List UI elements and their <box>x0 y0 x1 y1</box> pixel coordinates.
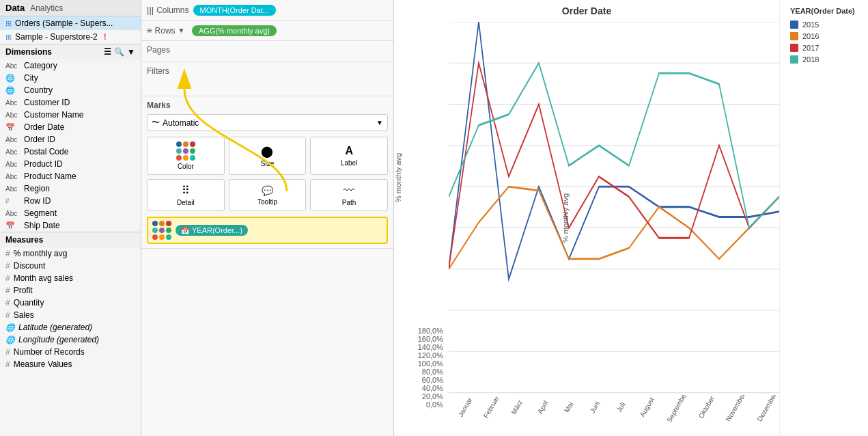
field-order-id[interactable]: Abc Order ID <box>0 133 141 146</box>
y-tick-140: 140,0% <box>418 343 443 351</box>
measure-profit[interactable]: # Profit <box>0 284 141 297</box>
measure-latitude[interactable]: 🌐 Latitude (generated) <box>0 321 141 333</box>
y-tick-0: 0,0% <box>426 400 443 409</box>
measure-sales[interactable]: # Sales <box>0 309 141 321</box>
field-label: Product ID <box>24 159 63 169</box>
rows-icon: ≡ <box>147 25 152 36</box>
size-button-label: Size <box>261 160 274 167</box>
tooltip-button-label: Tooltip <box>257 198 277 206</box>
chart-main: Order Date % monthly avg 180,0% 160,0% 1… <box>394 0 779 436</box>
x-tick-nov: November <box>716 398 748 436</box>
field-type-icon: Abc <box>5 173 20 180</box>
warning-icon: ! <box>104 32 107 42</box>
line-2015 <box>449 22 779 280</box>
measure-label: Sales <box>14 310 34 320</box>
middle-panel: ||| Columns MONTH(Order Dat... ≡ Rows ▼ … <box>141 0 394 436</box>
field-type-icon: Abc <box>5 210 20 217</box>
datasource-table-icon: ⊞ <box>5 19 12 28</box>
field-type-icon: Abc <box>5 148 20 156</box>
measure-globe-icon: 🌐 <box>5 336 15 344</box>
detail-button-label: Detail <box>177 199 195 206</box>
marks-path-button[interactable]: 〰 Path <box>310 179 388 211</box>
search-icon[interactable]: 🔍 <box>114 47 124 57</box>
measure-hash-icon: # <box>5 286 10 295</box>
path-icon: 〰 <box>344 185 354 197</box>
marks-year-pill-label: YEAR(Order...) <box>192 226 242 234</box>
columns-shelf: ||| Columns MONTH(Order Dat... <box>141 0 393 21</box>
measure-longitude[interactable]: 🌐 Longitude (generated) <box>0 333 141 346</box>
marks-detail-button[interactable]: ⠿ Detail <box>147 179 225 211</box>
measure-measure-values[interactable]: # Measure Values <box>0 358 141 370</box>
field-order-date[interactable]: 📅 Order Date <box>0 121 141 133</box>
measure-label: Measure Values <box>14 359 72 369</box>
columns-label: ||| Columns <box>147 5 189 15</box>
marks-year-pill-row: 📅 YEAR(Order...) <box>147 217 388 244</box>
field-type-icon: 📅 <box>5 123 20 132</box>
right-panel: Order Date % monthly avg 180,0% 160,0% 1… <box>394 0 868 436</box>
marks-type-dropdown[interactable]: 〜 Automatic ▼ <box>147 114 388 131</box>
columns-pills: MONTH(Order Dat... <box>193 5 276 16</box>
field-type-icon: Abc <box>5 111 20 119</box>
legend-label-2015: 2015 <box>802 21 819 29</box>
field-product-name[interactable]: Abc Product Name <box>0 170 141 182</box>
field-ship-date[interactable]: 📅 Ship Date <box>0 219 141 232</box>
field-type-icon: Abc <box>5 62 20 70</box>
chart-area: Order Date % monthly avg 180,0% 160,0% 1… <box>394 0 868 436</box>
marks-dropdown-label: Automatic <box>163 118 199 128</box>
analytics-tab[interactable]: Analytics <box>30 3 63 13</box>
marks-label-button[interactable]: A Label <box>310 137 388 175</box>
measure-discount[interactable]: # Discount <box>0 260 141 272</box>
measure-hash-icon: # <box>5 298 10 308</box>
measure-label: Quantity <box>14 298 44 308</box>
field-label: Region <box>24 184 50 193</box>
field-region[interactable]: Abc Region <box>0 182 141 195</box>
list-view-icon[interactable]: ☰ <box>104 47 111 57</box>
datasource-list: ⊞ Orders (Sample - Supers... ⊞ Sample - … <box>0 16 141 44</box>
columns-month-pill[interactable]: MONTH(Order Dat... <box>193 5 276 16</box>
datasource-item-orders[interactable]: ⊞ Orders (Sample - Supers... <box>0 16 141 30</box>
y-tick-60: 60,0% <box>422 376 443 384</box>
datasource-table2-icon: ⊞ <box>5 33 12 42</box>
measure-month-avg-sales[interactable]: # Month avg sales <box>0 272 141 284</box>
field-row-id[interactable]: # Row ID <box>0 195 141 207</box>
marks-year-pill[interactable]: 📅 YEAR(Order...) <box>176 225 248 236</box>
field-postal-code[interactable]: Abc Postal Code <box>0 146 141 158</box>
field-category[interactable]: Abc Category <box>0 59 141 72</box>
field-city[interactable]: 🌐 City <box>0 72 141 84</box>
measure-hash-icon: # <box>5 347 10 357</box>
x-tick-apr: April <box>527 398 552 436</box>
field-country[interactable]: 🌐 Country <box>0 84 141 96</box>
measure-monthly-avg[interactable]: # % monthly avg <box>0 247 141 260</box>
x-axis: Januar Februar März April Mai Juni Juli … <box>449 395 779 436</box>
rows-agg-pill[interactable]: AGG(% monthly avg) <box>192 25 277 36</box>
field-label: Customer ID <box>24 98 70 107</box>
measure-num-records[interactable]: # Number of Records <box>0 346 141 358</box>
field-segment[interactable]: Abc Segment <box>0 207 141 219</box>
marks-size-button[interactable]: ⬤ Size <box>229 137 307 175</box>
legend-label-2016: 2016 <box>802 32 819 40</box>
field-customer-id[interactable]: Abc Customer ID <box>0 96 141 109</box>
measure-label: % monthly avg <box>14 249 68 258</box>
rows-shelf: ≡ Rows ▼ AGG(% monthly avg) <box>141 21 393 41</box>
left-panel-header: Data Analytics <box>0 0 141 16</box>
legend-color-2016 <box>790 32 798 40</box>
marks-tooltip-button[interactable]: 💬 Tooltip <box>229 179 307 211</box>
datasource-item-superstore[interactable]: ⊞ Sample - Superstore-2 ! <box>0 30 141 44</box>
measures-label: Measures <box>5 235 43 245</box>
field-type-icon: # <box>5 197 20 205</box>
field-label: Category <box>24 61 57 70</box>
measure-label: Longitude (generated) <box>18 335 99 344</box>
field-type-icon: Abc <box>5 161 20 168</box>
marks-label: Marks <box>147 100 388 110</box>
measure-quantity[interactable]: # Quantity <box>0 297 141 309</box>
rows-dropdown-icon[interactable]: ▼ <box>178 27 185 34</box>
y-tick-100: 100,0% <box>418 359 443 368</box>
field-customer-name[interactable]: Abc Customer Name <box>0 109 141 121</box>
data-tab[interactable]: Data <box>5 3 25 13</box>
legend-color-2017 <box>790 44 798 52</box>
marks-color-button[interactable]: Color <box>147 137 225 175</box>
field-product-id[interactable]: Abc Product ID <box>0 158 141 170</box>
chevron-down-icon[interactable]: ▼ <box>127 47 135 57</box>
field-label: Order Date <box>24 122 64 132</box>
field-type-icon: 📅 <box>5 221 20 230</box>
